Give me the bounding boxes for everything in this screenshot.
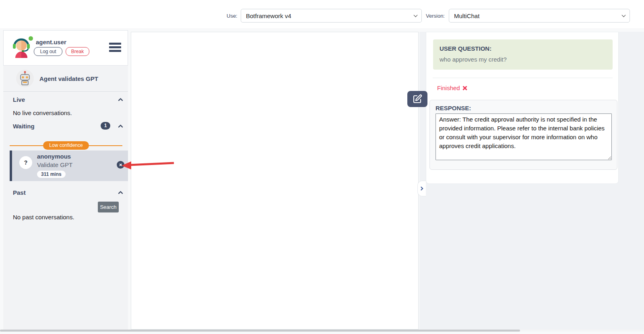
user-question-text: who approves my credit? — [440, 56, 507, 63]
online-status-dot — [29, 36, 33, 41]
finished-x-icon[interactable] — [462, 85, 468, 91]
low-confidence-badge: Low confidence — [43, 141, 89, 150]
user-question-box: USER QUESTION: who approves my credit? — [433, 39, 613, 70]
chat-panel — [131, 32, 419, 330]
top-bar: Use: Botframework v4 Version: MultiChat — [0, 0, 644, 28]
validation-card: USER QUESTION: who approves my credit? F… — [426, 32, 619, 184]
use-select[interactable]: Botframework v4 — [241, 9, 422, 23]
user-question-label: USER QUESTION: — [440, 45, 491, 52]
hamburger-menu-icon[interactable] — [109, 43, 121, 52]
past-section-header[interactable]: Past — [13, 189, 26, 196]
response-textarea[interactable]: Answer: The credit approval authority is… — [436, 113, 612, 160]
version-select[interactable]: MultiChat — [449, 9, 630, 23]
horizontal-scrollbar-thumb[interactable] — [0, 330, 520, 332]
status-finished: Finished — [437, 85, 468, 91]
waiting-section-header[interactable]: Waiting — [13, 123, 35, 130]
live-section-header[interactable]: Live — [13, 96, 25, 103]
horizontal-scrollbar-track — [0, 330, 644, 332]
edit-icon — [413, 94, 422, 104]
conversation-channel: Validate GPT — [37, 161, 72, 168]
robot-icon — [16, 70, 34, 87]
agent-profile-card: agent.user Log out Break — [3, 30, 128, 66]
edit-button[interactable] — [407, 91, 427, 107]
conversation-close-button[interactable] — [117, 161, 124, 169]
status-finished-label: Finished — [437, 85, 460, 91]
conversation-user: anonymous — [37, 153, 71, 160]
logout-button[interactable]: Log out — [34, 47, 62, 56]
use-select-wrap: Botframework v4 — [241, 9, 422, 23]
chevron-up-icon[interactable] — [118, 191, 123, 196]
bot-name: Agent validates GPT — [39, 75, 98, 82]
waiting-count-badge: 1 — [101, 122, 110, 130]
version-label: Version: — [426, 13, 445, 19]
response-label: RESPONSE: — [436, 105, 471, 111]
live-empty-text: No live conversations. — [13, 109, 72, 116]
bot-row[interactable]: Agent validates GPT — [3, 66, 128, 92]
divider — [433, 78, 613, 78]
anonymous-avatar: ? — [19, 156, 32, 169]
conversation-duration-badge: 311 mins — [37, 171, 66, 178]
collapse-right-panel-button[interactable] — [417, 181, 426, 196]
chevron-up-icon[interactable] — [118, 98, 123, 103]
robot-avatar — [16, 70, 34, 87]
search-button[interactable]: Search — [98, 202, 119, 212]
agent-name: agent.user — [36, 39, 66, 45]
version-select-wrap: MultiChat — [449, 9, 630, 23]
conversation-item[interactable]: ? anonymous Validate GPT 311 mins — [10, 151, 128, 181]
close-icon — [119, 163, 122, 166]
chevron-right-icon — [419, 187, 423, 191]
sidebar: agent.user Log out Break Agent validates… — [3, 30, 128, 330]
past-empty-text: No past conversations. — [13, 214, 74, 221]
response-card: RESPONSE: Answer: The credit approval au… — [429, 100, 617, 170]
chevron-up-icon[interactable] — [118, 124, 123, 130]
use-label: Use: — [227, 13, 237, 19]
break-button[interactable]: Break — [66, 47, 89, 56]
